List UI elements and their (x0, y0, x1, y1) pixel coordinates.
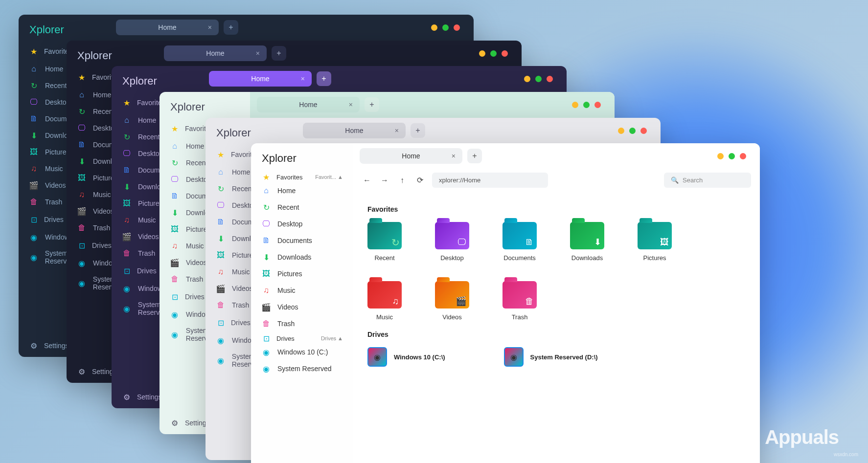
close-icon[interactable]: × (301, 75, 305, 83)
drive-icon: ⊡ (77, 241, 86, 250)
tab-home[interactable]: Home× (303, 123, 406, 138)
sidebar-item-trash[interactable]: 🗑Trash (251, 315, 353, 332)
disk-icon: ◉ (122, 284, 131, 293)
drives-section-header[interactable]: ⊡Drives Drives ▲ (251, 332, 353, 344)
sidebar-item-downloads[interactable]: ⬇Downloads (251, 249, 353, 265)
disk-icon: ◉ (77, 279, 86, 287)
folder-music-icon: ♫ (367, 281, 402, 309)
disk-icon: ◉ (170, 310, 179, 319)
sidebar-item-home[interactable]: ⌂Home (251, 182, 353, 199)
tile-documents[interactable]: 🗎Documents (503, 222, 537, 262)
tab-home[interactable]: Home× (116, 20, 219, 35)
minimize-button[interactable] (431, 24, 437, 31)
sidebar-drive-2[interactable]: ◉System Reserved (251, 360, 353, 377)
add-tab-button[interactable]: + (365, 97, 379, 112)
add-tab-button[interactable]: + (224, 20, 238, 35)
back-button[interactable]: ← (362, 175, 372, 186)
search-input[interactable]: 🔍Search (664, 173, 751, 188)
refresh-button[interactable]: ⟳ (414, 175, 425, 186)
close-button[interactable] (547, 76, 553, 82)
tab-home[interactable]: Home× (257, 97, 360, 112)
window-controls (479, 50, 515, 57)
tile-downloads[interactable]: ⬇Downloads (570, 222, 604, 262)
maximize-button[interactable] (729, 153, 735, 159)
app-logo: Xplorer (19, 23, 109, 42)
trash-icon: 🗑 (262, 319, 271, 328)
drive-c[interactable]: ◉Windows 10 (C:\) (367, 347, 445, 367)
drive-d[interactable]: ◉System Reserved (D:\) (504, 347, 598, 367)
tab-home[interactable]: Home× (360, 148, 462, 164)
sidebar-item-pictures[interactable]: 🖼Pictures (251, 265, 353, 282)
tile-pictures[interactable]: 🖼Pictures (638, 222, 672, 262)
favorites-grid: ↻Recent 🖵Desktop 🗎Documents ⬇Downloads 🖼… (367, 222, 745, 262)
close-button[interactable] (594, 102, 601, 108)
close-icon[interactable]: × (349, 101, 353, 109)
favorites-section-header[interactable]: ★Favorites Favorit... ▲ (251, 171, 353, 182)
up-button[interactable]: ↑ (397, 175, 408, 186)
close-icon[interactable]: × (256, 49, 260, 57)
sidebar-item-music[interactable]: ♫Music (251, 282, 353, 299)
folder-desktop-icon: 🖵 (435, 222, 469, 249)
minimize-button[interactable] (479, 50, 485, 57)
tile-recent[interactable]: ↻Recent (367, 222, 402, 262)
downloads-icon: ⬇ (216, 234, 225, 243)
disk-icon: ◉ (29, 233, 38, 242)
tile-trash[interactable]: 🗑Trash (503, 281, 537, 321)
chevron-up-icon[interactable]: ▲ (338, 335, 343, 341)
star-icon: ★ (29, 47, 38, 56)
trash-icon: 🗑 (170, 275, 179, 284)
recent-icon: ↻ (29, 81, 38, 90)
close-button[interactable] (502, 50, 508, 57)
tile-music[interactable]: ♫Music (367, 281, 402, 321)
add-tab-button[interactable]: + (411, 123, 425, 138)
minimize-button[interactable] (572, 102, 578, 108)
forward-button[interactable]: → (379, 175, 390, 186)
disk-icon: ◉ (504, 347, 524, 367)
drives-grid: ◉Windows 10 (C:\) ◉System Reserved (D:\) (367, 347, 745, 367)
minimize-button[interactable] (524, 76, 530, 82)
minimize-button[interactable] (618, 128, 624, 134)
folder-recent-icon: ↻ (367, 222, 402, 249)
sidebar-item-documents[interactable]: 🗎Documents (251, 232, 353, 249)
close-button[interactable] (454, 24, 460, 31)
close-icon[interactable]: × (395, 127, 399, 134)
maximize-button[interactable] (583, 102, 590, 108)
maximize-button[interactable] (629, 128, 636, 134)
home-icon: ⌂ (29, 65, 38, 73)
sidebar-item-recent[interactable]: ↻Recent (251, 199, 353, 216)
app-logo: Xplorer (112, 75, 202, 93)
maximize-button[interactable] (442, 24, 449, 31)
add-tab-button[interactable]: + (317, 71, 331, 86)
sidebar-item-desktop[interactable]: 🖵Desktop (251, 216, 353, 232)
desktop-icon: 🖵 (122, 149, 131, 158)
tab-home[interactable]: Home× (164, 45, 267, 61)
maximize-button[interactable] (490, 50, 497, 57)
close-button[interactable] (640, 128, 647, 134)
chevron-up-icon[interactable]: ▲ (338, 174, 343, 180)
sidebar-drive-1[interactable]: ◉Windows 10 (C:) (251, 344, 353, 360)
address-bar[interactable]: xplorer://Home (432, 173, 548, 188)
favorites-heading: Favorites (367, 205, 745, 213)
close-button[interactable] (740, 153, 746, 159)
pictures-icon: 🖼 (29, 148, 38, 156)
drives-heading: Drives (367, 331, 745, 338)
tabbar: Home× + (353, 143, 760, 169)
add-tab-button[interactable]: + (272, 46, 286, 61)
close-icon[interactable]: × (452, 152, 456, 160)
home-icon: ⌂ (122, 116, 131, 125)
tabbar: Home× + (157, 41, 522, 66)
gear-icon: ⚙ (29, 341, 38, 350)
app-logo: Xplorer (67, 49, 157, 68)
tile-videos[interactable]: 🎬Videos (435, 281, 469, 321)
toolbar: ← → ↑ ⟳ xplorer://Home 🔍Search (353, 169, 760, 192)
tile-desktop[interactable]: 🖵Desktop (435, 222, 469, 262)
tabbar: Home× + (202, 66, 567, 91)
pictures-icon: 🖼 (170, 225, 179, 234)
close-icon[interactable]: × (208, 23, 212, 31)
add-tab-button[interactable]: + (467, 149, 482, 163)
tab-home[interactable]: Home× (209, 71, 312, 87)
maximize-button[interactable] (535, 76, 542, 82)
minimize-button[interactable] (717, 153, 724, 159)
disk-icon: ◉ (216, 356, 225, 365)
sidebar-item-videos[interactable]: 🎬Videos (251, 299, 353, 315)
